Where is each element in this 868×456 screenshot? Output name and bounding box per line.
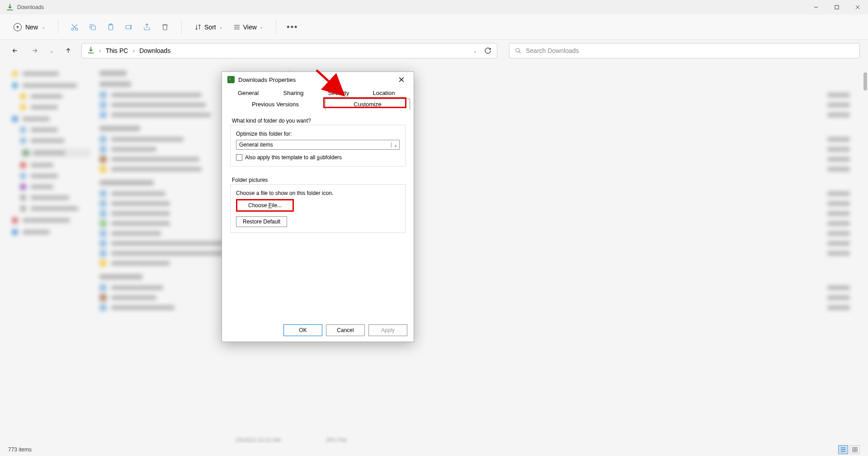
checkbox-label: Also apply this template to all subfolde… bbox=[245, 154, 342, 161]
choose-file-button[interactable]: Choose File... bbox=[236, 199, 294, 212]
folder-icon bbox=[227, 76, 235, 83]
view-icon bbox=[233, 24, 241, 31]
thumbnails-view-toggle[interactable] bbox=[850, 445, 860, 454]
scrollbar-thumb[interactable] bbox=[863, 72, 867, 90]
separator bbox=[276, 20, 276, 34]
background-file-meta: 1/5/2023 10:22 AM JPG File bbox=[235, 437, 347, 443]
svg-rect-4 bbox=[91, 26, 95, 30]
ok-button[interactable]: OK bbox=[283, 324, 322, 336]
refresh-icon[interactable] bbox=[484, 47, 491, 54]
tab-content-customize: What kind of folder do you want? Optimiz… bbox=[222, 110, 414, 233]
svg-point-3 bbox=[75, 28, 78, 30]
file-browser-content bbox=[0, 63, 868, 443]
svg-rect-1 bbox=[835, 5, 839, 9]
breadcrumb-current[interactable]: Downloads bbox=[139, 47, 170, 54]
separator bbox=[58, 20, 58, 34]
optimize-label: Optimize this folder for: bbox=[236, 131, 400, 137]
search-icon bbox=[515, 48, 521, 54]
search-placeholder: Search Downloads bbox=[526, 47, 579, 54]
breadcrumb-separator: › bbox=[99, 47, 101, 54]
item-count: 773 items bbox=[8, 446, 32, 453]
new-label: New bbox=[25, 24, 38, 31]
chevron-down-icon: ⌄ bbox=[219, 24, 222, 29]
close-dialog-button[interactable] bbox=[395, 73, 408, 86]
window-controls bbox=[806, 0, 868, 14]
svg-point-11 bbox=[516, 48, 519, 52]
cut-icon[interactable] bbox=[66, 19, 83, 35]
tab-sharing[interactable]: Sharing bbox=[271, 87, 316, 99]
chevron-down-icon: ⌄ bbox=[259, 24, 263, 29]
maximize-button[interactable] bbox=[826, 0, 847, 14]
chevron-down-icon: ⌄ bbox=[391, 142, 399, 147]
window-title: Downloads bbox=[17, 4, 44, 10]
downloads-icon bbox=[87, 47, 94, 55]
sort-button[interactable]: Sort ⌄ bbox=[190, 22, 227, 33]
sort-label: Sort bbox=[204, 24, 216, 31]
plus-icon: + bbox=[14, 23, 22, 31]
chevron-down-icon: ⌄ bbox=[42, 24, 45, 29]
view-button[interactable]: View ⌄ bbox=[229, 22, 268, 33]
checkbox-icon bbox=[236, 154, 242, 161]
breadcrumb-root[interactable]: This PC bbox=[106, 47, 128, 54]
recent-button[interactable]: ⌄ bbox=[48, 44, 55, 57]
tab-previous-versions[interactable]: Previous Versions bbox=[226, 99, 325, 110]
properties-dialog: Downloads Properties General Sharing Sec… bbox=[222, 71, 414, 342]
svg-rect-19 bbox=[855, 450, 857, 452]
rename-icon[interactable] bbox=[121, 19, 137, 35]
also-apply-checkbox[interactable]: Also apply this template to all subfolde… bbox=[236, 154, 400, 161]
svg-rect-17 bbox=[855, 447, 857, 449]
navbar: ⌄ › This PC › Downloads ⌄ Search Downloa… bbox=[0, 40, 868, 62]
cancel-button[interactable]: Cancel bbox=[326, 324, 365, 336]
downloads-icon bbox=[6, 4, 14, 11]
apply-button[interactable]: Apply bbox=[368, 324, 407, 336]
delete-icon[interactable] bbox=[157, 19, 173, 35]
optimize-combo[interactable]: General items ⌄ bbox=[236, 140, 400, 150]
copy-icon[interactable] bbox=[85, 19, 101, 35]
search-input[interactable]: Search Downloads bbox=[509, 43, 860, 58]
tab-location[interactable]: Location bbox=[361, 87, 406, 99]
up-button[interactable] bbox=[61, 44, 75, 57]
restore-default-button[interactable]: Restore Default bbox=[236, 216, 287, 227]
combo-value: General items bbox=[236, 142, 391, 148]
separator bbox=[181, 20, 182, 34]
view-label: View bbox=[243, 24, 257, 31]
address-bar[interactable]: › This PC › Downloads ⌄ bbox=[81, 43, 497, 58]
svg-point-2 bbox=[71, 28, 74, 30]
minimize-button[interactable] bbox=[806, 0, 826, 14]
toolbar: + New ⌄ Sort ⌄ View ⌄ ••• bbox=[0, 14, 868, 40]
titlebar: Downloads bbox=[0, 0, 868, 14]
close-window-button[interactable] bbox=[847, 0, 868, 14]
section-heading: What kind of folder do you want? bbox=[230, 118, 313, 124]
breadcrumb-separator: › bbox=[132, 47, 135, 54]
dialog-button-row: OK Cancel Apply bbox=[283, 324, 407, 336]
status-bar: 773 items bbox=[0, 443, 868, 456]
more-button[interactable]: ••• bbox=[284, 19, 301, 35]
dialog-titlebar[interactable]: Downloads Properties bbox=[222, 72, 414, 87]
tab-strip: General Sharing Security Location Previo… bbox=[222, 87, 414, 110]
tab-security[interactable]: Security bbox=[316, 87, 361, 99]
details-view-toggle[interactable] bbox=[838, 445, 848, 454]
new-button[interactable]: + New ⌄ bbox=[9, 21, 50, 33]
dialog-title: Downloads Properties bbox=[238, 76, 296, 83]
tab-general[interactable]: General bbox=[226, 87, 271, 99]
paste-icon[interactable] bbox=[103, 19, 119, 35]
svg-rect-16 bbox=[853, 447, 854, 449]
sort-icon bbox=[194, 24, 202, 31]
svg-rect-7 bbox=[126, 25, 131, 29]
tab-customize[interactable]: Customize bbox=[325, 99, 410, 110]
choose-file-msg: Choose a file to show on this folder ico… bbox=[236, 190, 400, 196]
chevron-down-icon[interactable]: ⌄ bbox=[473, 48, 477, 53]
share-icon[interactable] bbox=[139, 19, 155, 35]
section-heading: Folder pictures bbox=[230, 177, 269, 183]
forward-button[interactable] bbox=[28, 44, 42, 57]
back-button[interactable] bbox=[8, 44, 22, 57]
svg-rect-18 bbox=[853, 450, 854, 452]
